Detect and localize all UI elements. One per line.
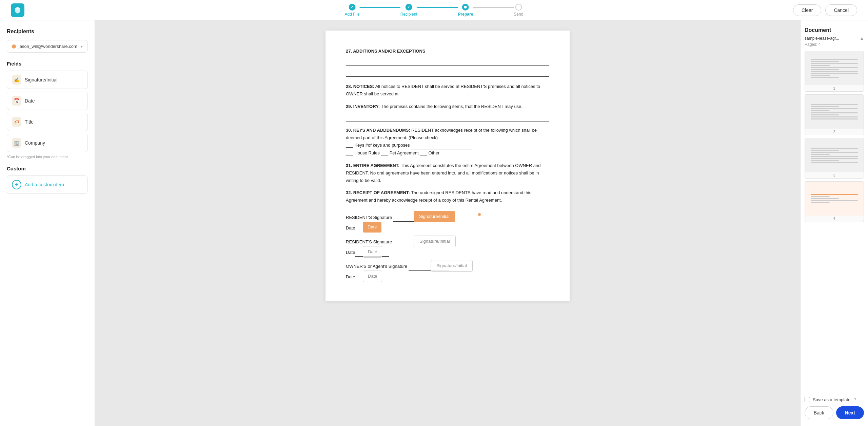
step-line-3: [473, 7, 514, 8]
field-date[interactable]: 📅 Date: [7, 92, 88, 110]
save-template-label[interactable]: Save as a template: [813, 397, 850, 402]
next-button[interactable]: Next: [836, 406, 864, 419]
page-thumbnail-3[interactable]: 3: [805, 138, 864, 179]
step-prepare[interactable]: Prepare: [458, 4, 473, 17]
main-layout: Recipients jason_will@wondershare.com ▾ …: [0, 20, 868, 426]
step-add-file[interactable]: Add File: [345, 4, 360, 17]
section-27-heading: 27. ADDITIONS AND/OR EXCEPTIONS: [346, 49, 426, 54]
page-num-1: 1: [805, 85, 864, 91]
custom-title: Custom: [7, 166, 88, 171]
recipient-selector[interactable]: jason_will@wondershare.com ▾: [7, 40, 88, 53]
step-circle-add-file: [349, 4, 356, 11]
field-signature-initial[interactable]: ✍ Signature/Initial: [7, 71, 88, 89]
template-help-icon[interactable]: ?: [854, 397, 856, 402]
step-label-prepare: Prepare: [458, 12, 473, 17]
sig-overlay-3[interactable]: Signature/Initial: [431, 260, 473, 272]
date-row-1: Date Date: [346, 224, 549, 232]
cancel-button[interactable]: Cancel: [825, 4, 857, 16]
section-29-heading: 29. INVENTORY:: [346, 104, 380, 109]
step-recipient[interactable]: Recipient: [400, 4, 417, 17]
chevron-down-icon: ▾: [81, 44, 83, 49]
section-31-heading: 31. ENTIRE AGREEMENT:: [346, 163, 399, 168]
signature-icon: ✍: [12, 75, 21, 85]
section-30: 30. KEYS AND ADDDENDUMS: RESIDENT acknow…: [346, 127, 549, 157]
step-label-send: Send: [514, 12, 523, 17]
field-label-signature: Signature/Initial: [25, 77, 58, 82]
section-28: 28. NOTICES: All notices to RESIDENT sha…: [346, 83, 549, 98]
field-title[interactable]: 🏷 Title: [7, 113, 88, 131]
sig-overlay-1[interactable]: Signature/Initial: [414, 211, 455, 222]
sidebar: Recipients jason_will@wondershare.com ▾ …: [0, 20, 95, 426]
progress-steps: Add File Recipient Prepare Send: [345, 4, 524, 17]
step-send[interactable]: Send: [514, 4, 523, 17]
topbar-actions: Clear Cancel: [793, 4, 857, 16]
drag-hint: *Can be dragged into your document: [7, 155, 88, 159]
page-num-4: 4: [805, 216, 864, 222]
add-custom-plus-icon: +: [12, 180, 21, 189]
sig-row-3: OWNER'S or Agent's Signature Signature/I…: [346, 263, 549, 271]
clear-button[interactable]: Clear: [793, 4, 821, 16]
section-28-heading: 28. NOTICES:: [346, 84, 374, 89]
recipient-dot: [12, 44, 16, 49]
step-label-recipient: Recipient: [400, 12, 417, 17]
add-custom-label: Add a custom item: [25, 182, 64, 187]
section-27-line2: [346, 68, 549, 77]
page-thumbnail-2[interactable]: 2: [805, 94, 864, 135]
page-thumbnail-1[interactable]: 1: [805, 51, 864, 92]
sig-row-1: RESIDENT'S Signature Signature/Initial: [346, 214, 549, 222]
panel-actions: Back Next: [805, 406, 864, 419]
collapse-icon[interactable]: ▲: [860, 36, 864, 41]
section-32: 32. RECEIPT OF AGREEMENT: The undersigne…: [346, 189, 549, 204]
section-27-line: [346, 57, 549, 66]
section-29: 29. INVENTORY: The premises contains the…: [346, 103, 549, 110]
field-label-title: Title: [25, 119, 34, 125]
thumb-inner-3: [805, 138, 864, 172]
company-icon: 🏢: [12, 138, 21, 148]
step-line-2: [417, 7, 458, 8]
sig-overlay-2[interactable]: Signature/Initial: [414, 236, 456, 247]
doc-filename: sample-lease-agr... ▲: [805, 36, 864, 41]
date-row-3: Date Date: [346, 273, 549, 281]
save-template-checkbox[interactable]: [805, 397, 810, 402]
overlay-resize-handle[interactable]: [478, 213, 481, 216]
section-29-line: [346, 113, 549, 122]
field-label-date: Date: [25, 98, 35, 104]
step-line-1: [360, 7, 400, 8]
topbar: Add File Recipient Prepare Send Clear Ca…: [0, 0, 868, 20]
recipient-email: jason_will@wondershare.com: [19, 44, 77, 49]
sig-row-2: RESIDENT'S Signature Signature/Initial: [346, 238, 549, 246]
document-area[interactable]: 27. ADDITIONS AND/OR EXCEPTIONS 28. NOTI…: [95, 20, 800, 426]
add-custom-button[interactable]: + Add a custom item: [7, 175, 88, 194]
step-label-add-file: Add File: [345, 12, 360, 17]
doc-panel-title: Document: [805, 27, 864, 33]
logo-icon: [14, 6, 22, 14]
fields-title: Fields: [7, 61, 88, 67]
section-31: 31. ENTIRE AGREEMENT: This Agreement con…: [346, 162, 549, 184]
section-32-heading: 32. RECEIPT OF AGREEMENT:: [346, 190, 410, 195]
date-overlay-1[interactable]: Date: [363, 222, 381, 233]
field-label-company: Company: [25, 140, 45, 146]
doc-pages: Pages: 4: [805, 42, 864, 47]
step-circle-send: [515, 4, 522, 11]
page-num-2: 2: [805, 129, 864, 135]
section-27: 27. ADDITIONS AND/OR EXCEPTIONS: [346, 48, 549, 55]
thumb-inner-4: [805, 182, 864, 216]
date-icon: 📅: [12, 96, 21, 106]
template-check-container: Save as a template ?: [805, 391, 864, 402]
recipients-title: Recipients: [7, 29, 88, 35]
thumb-inner-1: [805, 51, 864, 85]
step-circle-prepare: [462, 4, 469, 11]
doc-content: 27. ADDITIONS AND/OR EXCEPTIONS 28. NOTI…: [346, 48, 549, 281]
page-num-3: 3: [805, 172, 864, 178]
document-page: 27. ADDITIONS AND/OR EXCEPTIONS 28. NOTI…: [326, 31, 570, 301]
page-thumbnail-4[interactable]: 4: [805, 181, 864, 222]
date-overlay-2[interactable]: Date: [363, 246, 382, 258]
date-row-2: Date Date: [346, 249, 549, 257]
date-overlay-3[interactable]: Date: [363, 271, 382, 282]
field-company[interactable]: 🏢 Company: [7, 134, 88, 152]
signature-block: RESIDENT'S Signature Signature/Initial D…: [346, 214, 549, 281]
right-panel: Document sample-lease-agr... ▲ Pages: 4 …: [800, 20, 868, 426]
thumb-inner-2: [805, 95, 864, 129]
back-button[interactable]: Back: [805, 406, 833, 419]
step-circle-recipient: [406, 4, 412, 11]
